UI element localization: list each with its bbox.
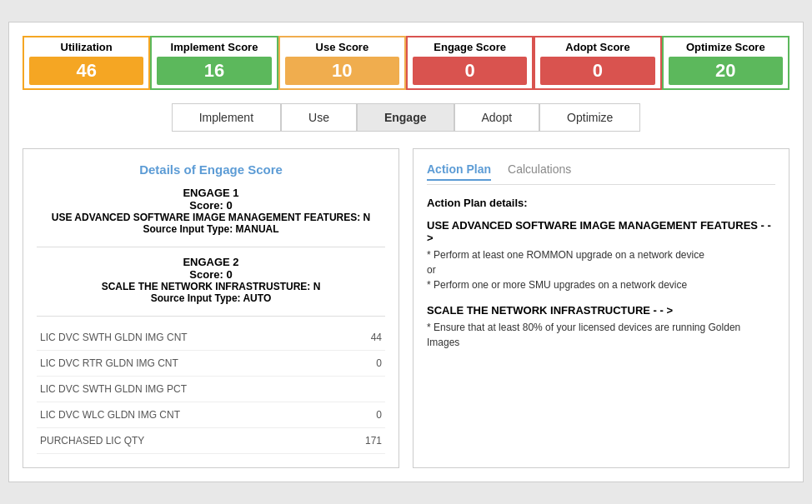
engage2-title: ENGAGE 2 xyxy=(37,256,385,268)
left-panel: Details of Engage Score ENGAGE 1 Score: … xyxy=(23,148,399,468)
data-rows-container: LIC DVC SWTH GLDN IMG CNT44LIC DVC RTR G… xyxy=(37,325,385,454)
main-content: Details of Engage Score ENGAGE 1 Score: … xyxy=(23,148,789,468)
implement-value: 16 xyxy=(157,57,271,85)
implement-label: Implement Score xyxy=(157,41,271,53)
tab-use[interactable]: Use xyxy=(281,103,357,132)
action-item-header-1: USE ADVANCED SOFTWARE IMAGE MANAGEMENT F… xyxy=(427,219,775,244)
score-implement: Implement Score 16 xyxy=(150,36,278,90)
action-item-text: or xyxy=(427,262,775,277)
action-item-text: * Perform at least one ROMMON upgrade on… xyxy=(427,247,775,262)
row-value: 44 xyxy=(371,332,382,343)
table-row: LIC DVC RTR GLDN IMG CNT0 xyxy=(37,351,385,377)
engage1-source: Source Input Type: MANUAL xyxy=(37,223,385,235)
score-engage: Engage Score 0 xyxy=(406,36,534,90)
tab-navigation: Implement Use Engage Adopt Optimize xyxy=(23,103,789,132)
table-row: LIC DVC SWTH GLDN IMG CNT44 xyxy=(37,325,385,351)
use-value: 10 xyxy=(285,57,399,85)
utilization-value: 46 xyxy=(29,57,143,85)
adopt-label: Adopt Score xyxy=(540,41,654,53)
right-tabs: Action Plan Calculations xyxy=(427,162,775,185)
score-utilization: Utilization 46 xyxy=(23,36,150,90)
tab-adopt[interactable]: Adopt xyxy=(454,103,540,132)
engage-label: Engage Score xyxy=(413,41,527,53)
action-items-container: USE ADVANCED SOFTWARE IMAGE MANAGEMENT F… xyxy=(427,219,775,350)
divider2 xyxy=(37,316,385,317)
row-value: 0 xyxy=(376,409,382,421)
row-label: PURCHASED LIC QTY xyxy=(40,435,144,447)
engage2-source: Source Input Type: AUTO xyxy=(37,292,385,304)
row-value: 0 xyxy=(376,357,382,369)
tab-engage[interactable]: Engage xyxy=(357,103,454,132)
table-row: PURCHASED LIC QTY171 xyxy=(37,428,385,454)
score-adopt: Adopt Score 0 xyxy=(534,36,661,90)
right-panel: Action Plan Calculations Action Plan det… xyxy=(413,148,789,468)
use-label: Use Score xyxy=(285,41,399,53)
engage1-section: ENGAGE 1 Score: 0 USE ADVANCED SOFTWARE … xyxy=(37,187,385,235)
tab-action-plan[interactable]: Action Plan xyxy=(427,162,491,181)
score-optimize: Optimize Score 20 xyxy=(662,36,789,90)
action-item-1: USE ADVANCED SOFTWARE IMAGE MANAGEMENT F… xyxy=(427,219,775,292)
left-panel-title: Details of Engage Score xyxy=(37,162,385,177)
action-item-header-2: SCALE THE NETWORK INFRASTRUCTURE - - > xyxy=(427,304,775,317)
engage2-feature: SCALE THE NETWORK INFRASTRUSTURE: N xyxy=(37,281,385,292)
engage1-feature: USE ADVANCED SOFTWARE IMAGE MANAGEMENT F… xyxy=(37,212,385,223)
divider1 xyxy=(37,247,385,247)
score-header: Utilization 46 Implement Score 16 Use Sc… xyxy=(23,36,789,90)
engage2-score: Score: 0 xyxy=(37,268,385,281)
optimize-label: Optimize Score xyxy=(669,41,783,53)
tab-implement[interactable]: Implement xyxy=(172,103,281,132)
optimize-value: 20 xyxy=(669,57,783,85)
action-item-text: * Perform one or more SMU upgrades on a … xyxy=(427,277,775,292)
engage1-title: ENGAGE 1 xyxy=(37,187,385,199)
tab-optimize[interactable]: Optimize xyxy=(539,103,640,132)
engage-value: 0 xyxy=(413,57,527,85)
row-label: LIC DVC RTR GLDN IMG CNT xyxy=(40,357,178,369)
utilization-label: Utilization xyxy=(29,41,143,53)
row-label: LIC DVC WLC GLDN IMG CNT xyxy=(40,409,180,421)
engage1-score: Score: 0 xyxy=(37,199,385,212)
row-label: LIC DVC SWTH GLDN IMG CNT xyxy=(40,332,188,343)
row-value: 171 xyxy=(365,435,382,447)
action-item-text: * Ensure that at least 80% of your licen… xyxy=(427,320,775,350)
table-row: LIC DVC SWTH GLDN IMG PCT xyxy=(37,377,385,402)
score-use: Use Score 10 xyxy=(278,36,406,90)
engage2-section: ENGAGE 2 Score: 0 SCALE THE NETWORK INFR… xyxy=(37,256,385,304)
adopt-value: 0 xyxy=(540,57,654,85)
action-plan-details-label: Action Plan details: xyxy=(427,197,775,209)
row-label: LIC DVC SWTH GLDN IMG PCT xyxy=(40,383,187,395)
table-row: LIC DVC WLC GLDN IMG CNT0 xyxy=(37,402,385,428)
action-item-2: SCALE THE NETWORK INFRASTRUCTURE - - >* … xyxy=(427,304,775,350)
tab-calculations[interactable]: Calculations xyxy=(508,162,571,181)
main-container: Utilization 46 Implement Score 16 Use Sc… xyxy=(8,22,804,482)
